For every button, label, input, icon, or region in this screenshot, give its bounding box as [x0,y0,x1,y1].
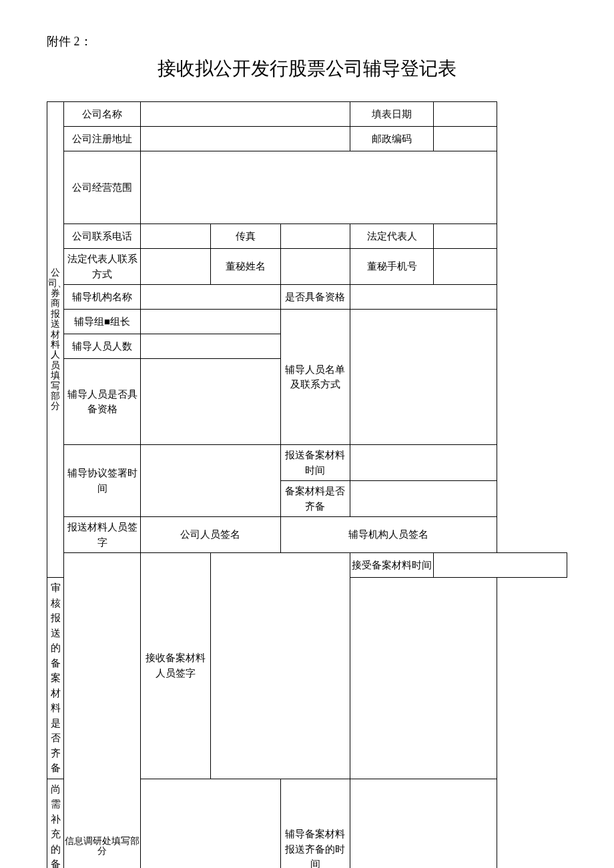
label-receiver-sign: 接收备案材料人员签字 [141,553,211,779]
value-leader [141,310,281,334]
value-accept-time [434,553,567,578]
value-secretary-phone [434,249,497,285]
value-scope [141,151,497,224]
value-legal-contact [141,249,211,285]
label-supplement: 尚需补充的备案材料 [47,779,64,868]
value-filing-time [350,445,497,481]
page-title: 接收拟公开发行股票公司辅导登记表 [47,56,567,81]
value-receiver-sign [210,553,350,779]
label-company-sign: 公司人员签名 [141,517,281,553]
label-sender-sign: 报送材料人员签字 [64,517,141,553]
value-filing-complete [350,481,497,517]
label-secretary-phone: 董秘手机号 [350,249,434,285]
value-phone [141,224,211,249]
value-company-addr [141,127,350,151]
label-legal-rep: 法定代表人 [350,224,434,249]
label-fill-date: 填表日期 [350,102,434,127]
label-review-complete: 审核报送的备案材料是否齐备 [47,578,64,779]
value-qualified [350,285,497,310]
label-secretary-name: 董秘姓名 [210,249,280,285]
value-secretary-name [280,249,350,285]
label-fax: 传真 [210,224,280,249]
section2-header: 信息调研处填写部分 [64,553,141,869]
label-qualified: 是否具备资格 [280,285,350,310]
value-complete-time [350,779,497,868]
label-protocol-time: 辅导协议签署时间 [64,445,141,517]
registration-table: 公司、券商报送材料人员填写部分 公司名称 填表日期 公司注册地址 邮政编码 公司… [47,101,567,868]
value-staff-list [350,310,497,445]
label-company-addr: 公司注册地址 [64,127,141,151]
label-filing-complete: 备案材料是否齐备 [280,481,350,517]
value-supplement [141,779,281,868]
label-postcode: 邮政编码 [350,127,434,151]
value-legal-rep [434,224,497,249]
label-staff-count: 辅导人员人数 [64,334,141,359]
section1-header: 公司、券商报送材料人员填写部分 [47,102,64,578]
label-staff-list: 辅导人员名单及联系方式 [280,310,350,445]
value-protocol-time [141,445,281,517]
value-fill-date [434,102,497,127]
value-company-name [141,102,350,127]
label-staff-qual: 辅导人员是否具备资格 [64,359,141,445]
label-legal-contact: 法定代表人联系方式 [64,249,141,285]
attachment-label: 附件 2： [47,33,567,49]
label-scope: 公司经营范围 [64,151,141,224]
label-complete-time: 辅导备案材料报送齐备的时间 [280,779,350,868]
value-guidance-org [141,285,281,310]
label-guidance-org: 辅导机构名称 [64,285,141,310]
label-leader: 辅导组■组长 [64,310,141,334]
value-staff-count [141,334,281,359]
label-phone: 公司联系电话 [64,224,141,249]
value-postcode [434,127,497,151]
label-accept-time: 接受备案材料时间 [350,553,434,578]
label-org-sign: 辅导机构人员签名 [280,517,497,553]
value-review-complete [350,578,497,779]
label-company-name: 公司名称 [64,102,141,127]
value-staff-qual [141,359,281,445]
label-filing-time: 报送备案材料时间 [280,445,350,481]
value-fax [280,224,350,249]
